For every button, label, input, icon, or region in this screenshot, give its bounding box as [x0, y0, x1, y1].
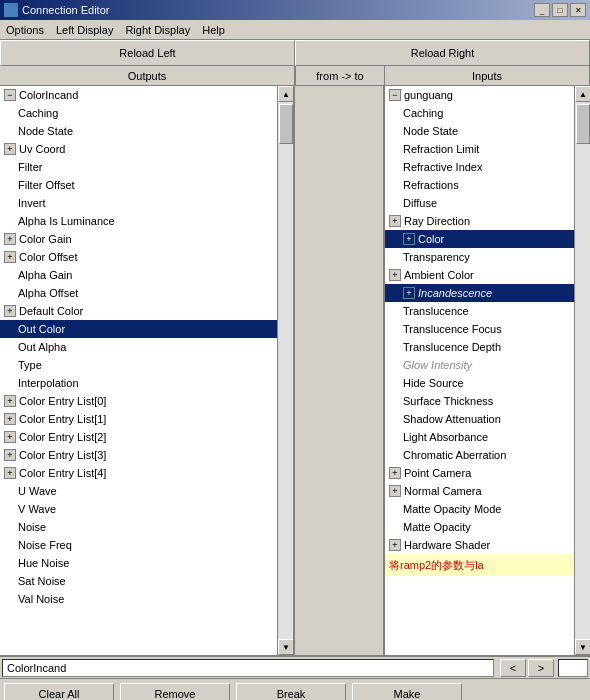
- left-scrollbar[interactable]: ▲ ▼: [277, 86, 293, 655]
- list-item[interactable]: Surface Thickness: [385, 392, 574, 410]
- nav-prev-button[interactable]: <: [500, 659, 526, 677]
- menu-options[interactable]: Options: [0, 22, 50, 38]
- item-label: Hue Noise: [18, 557, 69, 569]
- list-item[interactable]: Noise Freq: [0, 536, 277, 554]
- list-item[interactable]: Out Alpha: [0, 338, 277, 356]
- list-item[interactable]: Val Noise: [0, 590, 277, 608]
- expand-icon[interactable]: +: [4, 413, 16, 425]
- maximize-button[interactable]: □: [552, 3, 568, 17]
- list-item[interactable]: Matte Opacity: [385, 518, 574, 536]
- list-item[interactable]: Chromatic Aberration: [385, 446, 574, 464]
- list-item-out-color[interactable]: Out Color: [0, 320, 277, 338]
- list-item[interactable]: + Default Color: [0, 302, 277, 320]
- list-item-alpha-offset[interactable]: Alpha Offset: [0, 284, 277, 302]
- list-item[interactable]: Filter: [0, 158, 277, 176]
- list-item[interactable]: Shadow Attenuation: [385, 410, 574, 428]
- right-root-item[interactable]: − gunguang: [385, 86, 574, 104]
- scroll-thumb[interactable]: [576, 104, 590, 144]
- expand-icon[interactable]: +: [4, 233, 16, 245]
- reload-right-button[interactable]: Reload Right: [295, 40, 590, 66]
- reload-left-button[interactable]: Reload Left: [0, 40, 295, 66]
- expand-icon[interactable]: +: [403, 233, 415, 245]
- list-item[interactable]: + Uv Coord: [0, 140, 277, 158]
- menu-right-display[interactable]: Right Display: [119, 22, 196, 38]
- clear-all-button[interactable]: Clear All: [4, 683, 114, 701]
- expand-icon[interactable]: +: [4, 251, 16, 263]
- scroll-up[interactable]: ▲: [575, 86, 590, 102]
- collapse-icon[interactable]: −: [4, 89, 16, 101]
- expand-icon[interactable]: +: [389, 269, 401, 281]
- right-scrollbar[interactable]: ▲ ▼: [574, 86, 590, 655]
- list-item[interactable]: Glow Intensity: [385, 356, 574, 374]
- list-item[interactable]: Refraction Limit: [385, 140, 574, 158]
- list-item[interactable]: + Normal Camera: [385, 482, 574, 500]
- list-item[interactable]: Node State: [385, 122, 574, 140]
- expand-icon[interactable]: +: [389, 485, 401, 497]
- list-item[interactable]: Diffuse: [385, 194, 574, 212]
- list-item[interactable]: + Color Entry List[3]: [0, 446, 277, 464]
- item-label: Out Alpha: [18, 341, 66, 353]
- list-item[interactable]: Hue Noise: [0, 554, 277, 572]
- list-item[interactable]: U Wave: [0, 482, 277, 500]
- list-item[interactable]: Node State: [0, 122, 277, 140]
- list-item[interactable]: + Color Gain: [0, 230, 277, 248]
- list-item[interactable]: Matte Opacity Mode: [385, 500, 574, 518]
- list-item[interactable]: Alpha Is Luminance: [0, 212, 277, 230]
- left-root-item[interactable]: − ColorIncand: [0, 86, 277, 104]
- list-item[interactable]: Hide Source: [385, 374, 574, 392]
- list-item[interactable]: Translucence Focus: [385, 320, 574, 338]
- nav-next-button[interactable]: >: [528, 659, 554, 677]
- scroll-thumb[interactable]: [279, 104, 293, 144]
- menu-help[interactable]: Help: [196, 22, 231, 38]
- list-item[interactable]: Refractions: [385, 176, 574, 194]
- expand-icon[interactable]: +: [389, 467, 401, 479]
- expand-icon[interactable]: +: [4, 449, 16, 461]
- list-item[interactable]: + Ambient Color: [385, 266, 574, 284]
- list-item[interactable]: Alpha Gain: [0, 266, 277, 284]
- list-item[interactable]: Transparency: [385, 248, 574, 266]
- expand-icon[interactable]: +: [403, 287, 415, 299]
- list-item[interactable]: Caching: [0, 104, 277, 122]
- list-item[interactable]: Caching: [385, 104, 574, 122]
- list-item[interactable]: + Color Entry List[2]: [0, 428, 277, 446]
- list-item[interactable]: + Ray Direction: [385, 212, 574, 230]
- scroll-down[interactable]: ▼: [278, 639, 293, 655]
- list-item-incandescence[interactable]: + Incandescence: [385, 284, 574, 302]
- list-item[interactable]: Light Absorbance: [385, 428, 574, 446]
- list-item[interactable]: Interpolation: [0, 374, 277, 392]
- list-item[interactable]: Filter Offset: [0, 176, 277, 194]
- item-label: Color Offset: [19, 251, 78, 263]
- list-item[interactable]: Noise: [0, 518, 277, 536]
- list-item[interactable]: V Wave: [0, 500, 277, 518]
- remove-button[interactable]: Remove: [120, 683, 230, 701]
- expand-icon[interactable]: +: [389, 539, 401, 551]
- list-item[interactable]: Translucence Depth: [385, 338, 574, 356]
- expand-icon[interactable]: +: [4, 395, 16, 407]
- list-item[interactable]: Sat Noise: [0, 572, 277, 590]
- list-item[interactable]: Type: [0, 356, 277, 374]
- expand-icon[interactable]: +: [4, 467, 16, 479]
- minimize-button[interactable]: _: [534, 3, 550, 17]
- list-item[interactable]: + Color Entry List[0]: [0, 392, 277, 410]
- menu-left-display[interactable]: Left Display: [50, 22, 119, 38]
- scroll-down[interactable]: ▼: [575, 639, 590, 655]
- expand-icon[interactable]: +: [4, 305, 16, 317]
- list-item[interactable]: Refractive Index: [385, 158, 574, 176]
- list-item[interactable]: + Color Entry List[4]: [0, 464, 277, 482]
- break-button[interactable]: Break: [236, 683, 346, 701]
- list-item[interactable]: + Hardware Shader: [385, 536, 574, 554]
- window-controls[interactable]: _ □ ✕: [534, 3, 586, 17]
- scroll-up[interactable]: ▲: [278, 86, 293, 102]
- close-button[interactable]: ✕: [570, 3, 586, 17]
- expand-icon[interactable]: +: [389, 215, 401, 227]
- list-item[interactable]: Translucence: [385, 302, 574, 320]
- expand-icon[interactable]: +: [4, 431, 16, 443]
- list-item-color[interactable]: + Color: [385, 230, 574, 248]
- list-item[interactable]: Invert: [0, 194, 277, 212]
- expand-icon[interactable]: +: [4, 143, 16, 155]
- collapse-icon[interactable]: −: [389, 89, 401, 101]
- list-item[interactable]: + Point Camera: [385, 464, 574, 482]
- list-item[interactable]: + Color Offset: [0, 248, 277, 266]
- make-button[interactable]: Make: [352, 683, 462, 701]
- list-item[interactable]: + Color Entry List[1]: [0, 410, 277, 428]
